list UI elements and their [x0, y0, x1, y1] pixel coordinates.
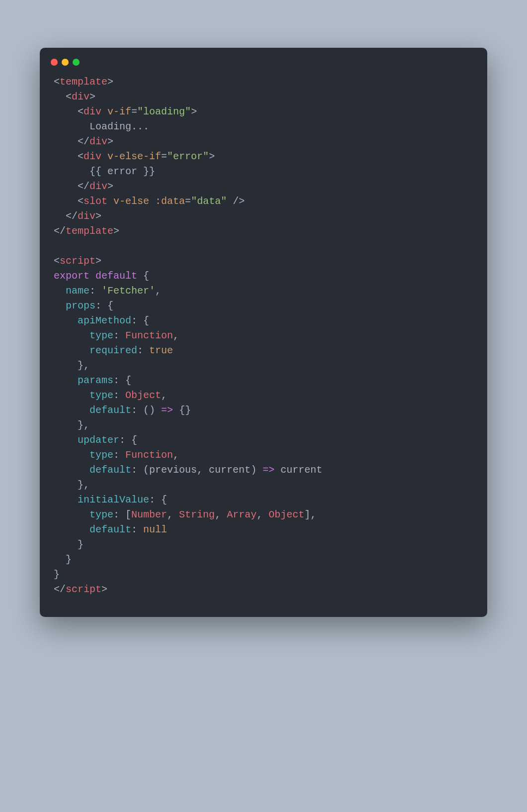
code-token [227, 196, 233, 207]
code-token: {} [179, 405, 191, 416]
code-token: "loading" [137, 106, 191, 117]
code-token: apiMethod [78, 315, 131, 326]
code-token: current [280, 464, 322, 476]
code-token: : [113, 390, 119, 401]
code-token [54, 479, 78, 491]
code-token: = [185, 196, 191, 207]
code-token: slot [84, 196, 107, 207]
code-token [119, 509, 125, 520]
code-token: div [89, 136, 107, 147]
minimize-icon[interactable] [62, 59, 69, 66]
code-token [119, 449, 125, 461]
code-token [54, 375, 78, 386]
code-token: v-else [113, 196, 149, 207]
code-token: params [78, 375, 113, 386]
code-token: default [89, 464, 131, 476]
code-block: <template> <div> <div v-if="loading"> Lo… [40, 75, 487, 597]
code-token: < [78, 196, 84, 207]
code-token [54, 494, 78, 506]
code-token: type [89, 390, 113, 401]
code-token [54, 210, 66, 222]
code-token: : [113, 449, 119, 461]
code-token: , [215, 509, 227, 520]
code-token: , [197, 464, 209, 476]
code-token: = [161, 151, 167, 162]
code-token [274, 464, 280, 476]
code-token: div [84, 151, 101, 162]
code-token: , [173, 330, 179, 341]
code-token: </ [54, 584, 66, 595]
code-token: = [131, 106, 137, 117]
code-token [101, 106, 107, 117]
code-token [54, 345, 89, 356]
code-token: > [95, 210, 101, 222]
code-token: > [113, 225, 119, 237]
code-token: current [209, 464, 251, 476]
code-token: : [149, 494, 155, 506]
code-token: Function [125, 330, 173, 341]
code-token: () [143, 405, 155, 416]
code-token: { [161, 494, 167, 506]
code-token [125, 434, 131, 446]
code-token: type [89, 330, 113, 341]
code-token: template [60, 76, 107, 88]
code-token: Object [268, 509, 304, 520]
code-token: Loading... [54, 121, 149, 132]
code-token: : [137, 345, 143, 356]
code-token: < [78, 151, 84, 162]
code-token: </ [78, 136, 89, 147]
code-token: , [155, 285, 161, 297]
code-token: < [66, 91, 72, 102]
code-token: > [95, 255, 101, 267]
code-token: } [78, 479, 84, 491]
code-token: script [60, 255, 95, 267]
code-token [137, 270, 143, 282]
close-icon[interactable] [51, 59, 58, 66]
code-token: v-else-if [107, 151, 161, 162]
code-token: default [89, 524, 131, 535]
code-token: export [54, 270, 89, 282]
code-token [137, 405, 143, 416]
code-token: </ [78, 181, 89, 192]
code-token: < [78, 106, 84, 117]
code-token [54, 509, 89, 520]
code-token: type [89, 509, 113, 520]
code-token: "data" [191, 196, 227, 207]
code-token: Object [125, 390, 161, 401]
code-token [137, 464, 143, 476]
code-token: , [167, 509, 179, 520]
code-token [137, 315, 143, 326]
code-token [54, 315, 78, 326]
code-token: props [66, 300, 95, 311]
code-token [95, 285, 101, 297]
code-token [54, 464, 89, 476]
code-token: > [107, 136, 113, 147]
code-token: , [84, 360, 89, 371]
code-token: : [113, 509, 119, 520]
code-token: , [257, 509, 268, 520]
code-token: } [78, 360, 84, 371]
code-token: , [161, 390, 167, 401]
code-token [101, 151, 107, 162]
code-token: : [89, 285, 95, 297]
code-token: 'Fetcher' [101, 285, 155, 297]
code-token: { [143, 315, 149, 326]
code-token: < [54, 76, 60, 88]
code-token [54, 91, 66, 102]
code-token: , [84, 479, 89, 491]
code-token: } [78, 419, 84, 431]
code-token [54, 419, 78, 431]
maximize-icon[interactable] [73, 59, 80, 66]
code-token [54, 405, 89, 416]
code-token: { [131, 434, 137, 446]
code-token: : [131, 405, 137, 416]
code-token: String [179, 509, 215, 520]
code-token [54, 136, 78, 147]
code-token: > [89, 91, 95, 102]
code-token: : [131, 315, 137, 326]
code-token [54, 151, 78, 162]
code-token: div [72, 91, 89, 102]
code-token: </ [66, 210, 78, 222]
code-token: : [113, 375, 119, 386]
code-token: /> [233, 196, 245, 207]
